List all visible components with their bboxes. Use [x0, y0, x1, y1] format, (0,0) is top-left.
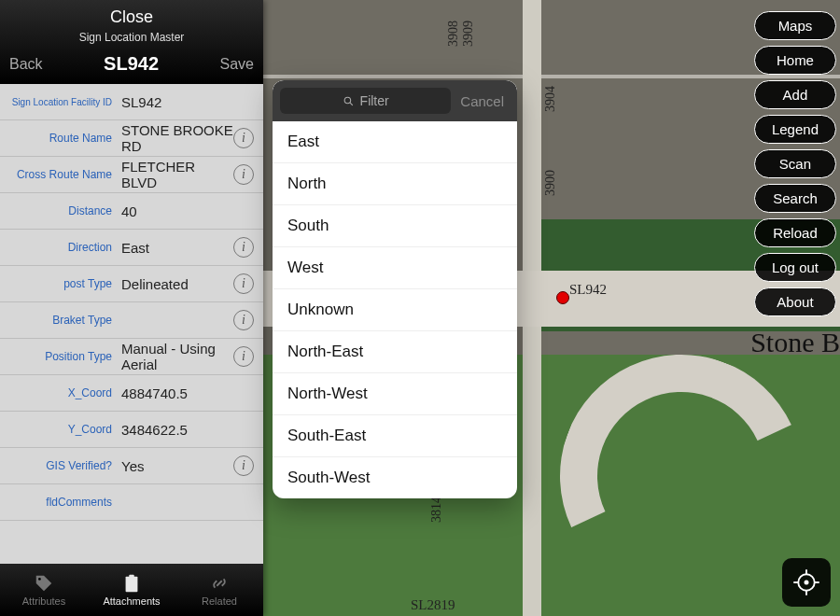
- field-row[interactable]: Position TypeManual - Using Aeriali: [0, 339, 263, 375]
- panel-subtitle: Sign Location Master: [0, 31, 263, 48]
- direction-option[interactable]: West: [273, 247, 517, 289]
- popover-arrow: [273, 282, 273, 301]
- svg-rect-8: [129, 575, 134, 579]
- menu-about[interactable]: About: [754, 287, 836, 316]
- direction-option[interactable]: North-West: [273, 373, 517, 415]
- svg-point-9: [344, 97, 351, 104]
- direction-option[interactable]: North-East: [273, 331, 517, 373]
- map-feature-label: SL2819: [411, 597, 455, 613]
- panel-header: Close Sign Location Master Back SL942 Sa…: [0, 0, 263, 84]
- field-label: X_Coord: [0, 386, 119, 399]
- info-icon[interactable]: i: [233, 310, 254, 330]
- field-value[interactable]: 40: [119, 203, 258, 219]
- field-row[interactable]: GIS Verified?Yesi: [0, 448, 263, 484]
- direction-option[interactable]: South-West: [273, 457, 517, 498]
- house-number: 3814: [429, 497, 444, 523]
- field-row[interactable]: Sign Location Facility IDSL942: [0, 84, 263, 120]
- field-row[interactable]: Cross Route NameFLETCHER BLVDi: [0, 157, 263, 193]
- info-icon[interactable]: i: [233, 273, 254, 294]
- menu-maps[interactable]: Maps: [754, 11, 836, 40]
- svg-point-1: [805, 581, 809, 585]
- direction-option[interactable]: North: [273, 163, 517, 205]
- svg-line-10: [350, 103, 353, 105]
- tab-related[interactable]: Related: [175, 564, 263, 616]
- svg-rect-7: [126, 577, 138, 593]
- field-label: GIS Verified?: [0, 459, 119, 472]
- info-icon[interactable]: i: [233, 237, 254, 258]
- field-row[interactable]: post TypeDelineatedi: [0, 266, 263, 302]
- info-icon[interactable]: i: [233, 455, 254, 476]
- direction-option[interactable]: South: [273, 205, 517, 247]
- direction-option[interactable]: Unknown: [273, 289, 517, 331]
- back-button[interactable]: Back: [9, 56, 43, 73]
- field-value[interactable]: FLETCHER BLVD: [119, 159, 233, 190]
- locate-button[interactable]: [782, 558, 831, 607]
- field-row[interactable]: Route NameSTONE BROOKE RDi: [0, 120, 263, 157]
- tab-attachments[interactable]: Attachments: [88, 564, 175, 616]
- field-row[interactable]: Y_Coord3484622.5: [0, 412, 263, 448]
- tag-icon: [34, 573, 54, 594]
- menu-search[interactable]: Search: [754, 184, 836, 213]
- field-label: Sign Location Facility ID: [0, 97, 119, 107]
- bottom-tabs: Attributes Attachments Related: [0, 564, 263, 616]
- save-button[interactable]: Save: [220, 56, 254, 73]
- field-row[interactable]: X_Coord4884740.5: [0, 375, 263, 412]
- field-value[interactable]: Manual - Using Aerial: [119, 341, 233, 372]
- map-marker[interactable]: [556, 291, 569, 304]
- field-label: fldComments: [0, 496, 119, 509]
- field-value[interactable]: 4884740.5: [119, 385, 258, 401]
- field-row[interactable]: Braket Typei: [0, 302, 263, 339]
- field-label: Distance: [0, 204, 119, 217]
- field-row[interactable]: Distance40: [0, 193, 263, 230]
- menu-add[interactable]: Add: [754, 80, 836, 109]
- field-value[interactable]: Yes: [119, 458, 233, 474]
- link-icon: [209, 573, 230, 594]
- house-number: 3900: [543, 170, 558, 196]
- direction-option[interactable]: East: [273, 121, 517, 163]
- field-label: Position Type: [0, 350, 119, 363]
- field-value[interactable]: Delineated: [119, 276, 233, 292]
- crosshair-icon: [792, 568, 820, 596]
- popover-header: Filter Cancel: [273, 80, 517, 121]
- tab-label: Related: [202, 595, 237, 607]
- field-label: Direction: [0, 241, 119, 254]
- menu-home[interactable]: Home: [754, 46, 836, 75]
- field-value[interactable]: East: [119, 240, 233, 256]
- option-list: EastNorthSouthWestUnknownNorth-EastNorth…: [273, 121, 517, 498]
- map-feature-label: SL942: [569, 282, 607, 298]
- field-value[interactable]: 3484622.5: [119, 422, 258, 438]
- fields-list: Sign Location Facility IDSL942Route Name…: [0, 84, 263, 564]
- tab-label: Attachments: [103, 595, 160, 607]
- field-label: Route Name: [0, 132, 119, 145]
- tab-attributes[interactable]: Attributes: [0, 564, 88, 616]
- close-button[interactable]: Close: [0, 0, 263, 31]
- field-value[interactable]: STONE BROOKE RD: [119, 122, 233, 154]
- filter-input[interactable]: Filter: [280, 88, 451, 114]
- search-icon: [343, 95, 355, 107]
- menu-reload[interactable]: Reload: [754, 218, 836, 247]
- clipboard-icon: [121, 573, 142, 594]
- menu-scan[interactable]: Scan: [754, 149, 836, 178]
- svg-point-6: [38, 578, 41, 581]
- field-row[interactable]: fldComments: [0, 484, 263, 521]
- house-number: 3908: [446, 21, 461, 47]
- filter-placeholder: Filter: [360, 93, 389, 108]
- field-row[interactable]: DirectionEasti: [0, 230, 263, 266]
- street-name-label: Stone B: [750, 327, 840, 358]
- info-icon[interactable]: i: [233, 128, 254, 148]
- direction-picker-popover: Filter Cancel EastNorthSouthWestUnknownN…: [273, 80, 517, 498]
- direction-option[interactable]: South-East: [273, 415, 517, 457]
- field-value[interactable]: SL942: [119, 94, 258, 110]
- house-number: 3904: [543, 86, 558, 112]
- attribute-panel: Close Sign Location Master Back SL942 Sa…: [0, 0, 263, 616]
- house-number: 3909: [461, 21, 476, 47]
- tab-label: Attributes: [22, 595, 65, 607]
- menu-legend[interactable]: Legend: [754, 115, 836, 144]
- cancel-button[interactable]: Cancel: [451, 93, 510, 109]
- panel-title: SL942: [104, 53, 159, 75]
- menu-logout[interactable]: Log out: [754, 253, 836, 282]
- field-label: Cross Route Name: [0, 168, 119, 181]
- side-menu: Maps Home Add Legend Scan Search Reload …: [754, 11, 836, 316]
- info-icon[interactable]: i: [233, 164, 254, 185]
- info-icon[interactable]: i: [233, 346, 254, 367]
